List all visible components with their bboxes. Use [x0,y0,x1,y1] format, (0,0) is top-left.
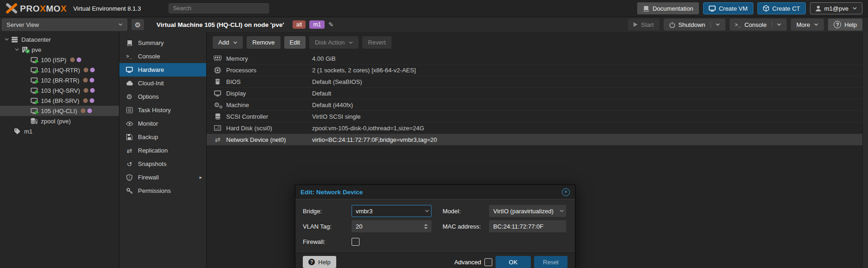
more-button[interactable]: More [791,19,824,31]
hw-row-processors[interactable]: Processors 2 (1 sockets, 2 cores) [x86-6… [207,64,868,76]
advanced-checkbox[interactable] [484,258,492,266]
dialog-help-button[interactable]: ? Help [303,256,336,268]
cloud-icon [125,81,133,86]
tag-icon [14,128,20,134]
chevron-down-icon[interactable] [13,48,20,51]
vlan-tag-spinner[interactable] [352,220,431,232]
tab-task-history[interactable]: Task History [119,103,206,117]
running-play-icon [35,100,39,104]
bridge-input[interactable] [356,208,425,215]
hdd-icon [214,125,222,131]
tree-item-datacenter[interactable]: Datacenter [0,34,119,45]
tree-settings-button[interactable]: ⚙ [131,19,144,30]
network-arrows-icon: ⇄ [214,136,222,143]
version-text: Virtual Environment 8.1.3 [73,5,141,12]
tree-item-vm-104[interactable]: 104 (BR-SRV) [0,96,119,106]
ok-button[interactable]: OK [496,256,531,268]
reset-button[interactable]: Reset [534,256,568,268]
mac-address-field[interactable] [489,220,566,232]
hw-row-bios[interactable]: BIOS Default (SeaBIOS) [207,76,868,88]
chevron-down-icon [118,23,123,26]
tab-firewall[interactable]: Firewall▸ [119,171,206,184]
tab-console[interactable]: >_Console [119,50,206,63]
console-button[interactable]: >_ Console [730,19,787,31]
tree-item-vm-100[interactable]: 100 (ISP) [0,55,119,65]
tag-dot-brown [84,68,88,72]
hardware-table: Memory 4.00 GiB Processors 2 (1 sockets,… [207,53,868,146]
tree-item-pool-m1[interactable]: m1 [0,126,119,136]
search-input[interactable] [169,3,269,13]
firewall-checkbox[interactable] [352,238,359,246]
add-button[interactable]: Add [213,36,243,49]
chip-icon [214,78,222,85]
chevron-down-icon[interactable] [560,210,564,212]
model-input[interactable] [493,208,560,215]
tree-item-storage-zpool[interactable]: zpool (pve) [0,116,119,126]
help-button[interactable]: ? Help [828,19,862,31]
tab-snapshots[interactable]: ↺Snapshots [119,157,206,171]
hw-row-network-device[interactable]: ⇄Network Device (net0) virtio=BC:24:11:7… [207,134,868,146]
disk-action-button[interactable]: Disk Action [309,36,359,49]
tab-options[interactable]: ⚙Options [119,90,206,103]
hw-row-display[interactable]: Display Default [207,88,868,99]
shutdown-button[interactable]: Shutdown [664,19,725,31]
gear-icon: ⚙ [125,93,133,100]
tree-item-vm-105[interactable]: 105 (HQ-CLI) [0,106,119,116]
tag-dot-brown [83,78,88,83]
tree-item-vm-101[interactable]: 101 (HQ-RTR) [0,65,119,75]
documentation-button[interactable]: Documentation [637,2,698,14]
brand-text: PROXMOX [20,4,67,13]
storage-icon [30,118,38,124]
resource-tree: Datacenter ✓ pve 100 (ISP) 101 (HQ-RTR) … [0,32,119,268]
datacenter-icon [11,37,18,43]
view-selector-combobox[interactable]: Server View [2,19,127,31]
shield-icon [125,174,133,181]
tab-summary[interactable]: Summary [119,36,206,50]
mac-address-input[interactable] [493,223,564,230]
hw-row-machine[interactable]: ⚙⚙Machine Default (i440fx) [207,99,868,111]
hw-value: 4.00 GiB [312,55,868,62]
tag-dot-purple [77,57,81,62]
remove-button[interactable]: Remove [247,36,280,49]
tab-hardware[interactable]: Hardware [119,63,206,77]
hw-value: Default [312,90,868,97]
chevron-down-icon [853,7,857,10]
start-button[interactable]: Start [628,19,659,31]
tree-item-vm-102[interactable]: 102 (BR-RTR) [0,75,119,85]
hw-row-scsi-controller[interactable]: SCSI Controller VirtIO SCSI single [207,111,868,122]
chevron-down-icon[interactable] [425,210,429,212]
hw-value: Default (SeaBIOS) [312,78,868,85]
tab-replication[interactable]: ⇄Replication [119,144,206,157]
edit-button[interactable]: Edit [284,36,306,49]
tab-backup[interactable]: Backup [119,130,206,144]
edit-tags-pencil-icon[interactable]: ✎ [328,21,334,28]
running-play-icon [35,70,39,74]
tab-cloud-init[interactable]: Cloud-Init [119,77,206,90]
user-menu-button[interactable]: m1@pve [810,2,862,14]
tag-dot-purple [90,78,94,83]
hw-row-hard-disk[interactable]: Hard Disk (scsi0) zpool:vm-105-disk-0,io… [207,122,868,134]
vlan-tag-input[interactable] [356,223,424,230]
hw-row-memory[interactable]: Memory 4.00 GiB [207,53,868,64]
running-play-icon [35,90,39,94]
hw-value: VirtIO SCSI single [312,113,868,120]
chevron-down-icon[interactable] [716,23,720,26]
tab-permissions[interactable]: Permissions [119,184,206,198]
dialog-title-bar[interactable]: Edit: Network Device ✕ [295,185,575,199]
monitor-icon [125,67,133,73]
spinner-arrows-icon[interactable] [424,224,429,229]
close-icon[interactable]: ✕ [562,188,570,196]
chevron-down-icon[interactable] [3,38,10,41]
tree-item-node-pve[interactable]: ✓ pve [0,45,119,55]
create-vm-button[interactable]: Create VM [703,2,753,14]
chevron-down-icon[interactable] [777,23,781,26]
replication-arrows-icon: ⇄ [125,147,133,154]
bridge-combobox[interactable] [352,205,431,217]
model-combobox[interactable] [489,205,566,217]
book-icon [125,40,133,46]
tab-monitor[interactable]: Monitor [119,117,206,130]
tree-item-vm-103[interactable]: 103 (HQ-SRV) [0,85,119,96]
vertical-scrollbar[interactable] [862,32,868,268]
revert-button[interactable]: Revert [362,36,391,49]
create-ct-button[interactable]: Create CT [757,2,806,14]
